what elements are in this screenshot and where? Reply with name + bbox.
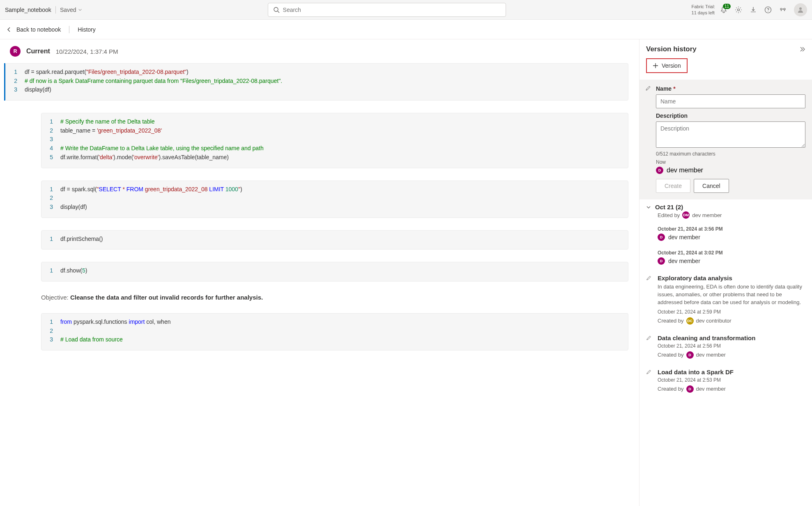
arrow-left-icon (6, 26, 12, 33)
code-cell[interactable]: 1df.printSchema() (4, 230, 628, 250)
edit-icon (645, 85, 651, 91)
plus-icon (653, 63, 658, 69)
settings-button[interactable] (735, 6, 742, 14)
user-avatar-mini: D (656, 167, 663, 174)
line-number: 2 (12, 77, 25, 86)
version-timestamp: October 21, 2024 at 2:56 PM (658, 343, 805, 349)
help-button[interactable] (764, 6, 772, 14)
back-to-notebook[interactable]: Back to notebook (6, 26, 61, 33)
add-version-button[interactable]: Version (646, 58, 688, 73)
version-title: Load data into a Spark DF (658, 369, 805, 375)
edit-icon[interactable] (646, 369, 651, 375)
autosave-item[interactable]: October 21, 2024 at 3:02 PM Ddev member (639, 246, 812, 270)
feedback-icon (779, 6, 787, 14)
gear-icon (735, 6, 742, 14)
autosave-item[interactable]: October 21, 2024 at 3:56 PM Ddev member (639, 222, 812, 246)
user-avatar-mini: D (658, 234, 665, 241)
line-number: 4 (47, 144, 60, 153)
user-avatar[interactable] (794, 3, 807, 16)
svg-point-5 (780, 8, 782, 10)
line-number: 1 (47, 117, 60, 126)
editor-name: dev member (692, 212, 722, 218)
group-subtitle: Edited by DM dev member (639, 211, 812, 222)
code-cell[interactable]: 1from pyspark.sql.functions import col, … (4, 313, 628, 350)
current-avatar: R (10, 46, 21, 57)
svg-point-7 (799, 7, 802, 10)
divider (55, 6, 56, 14)
line-number: 5 (47, 153, 60, 162)
named-version-item[interactable]: Load data into a Spark DF October 21, 20… (639, 364, 812, 398)
markdown-cell: Objective: Cleanse the data and filter o… (4, 294, 628, 301)
code-content: df.printSchema() (60, 235, 103, 244)
title-area: Sample_notebook Saved (5, 6, 82, 14)
version-user: Ddev member (658, 257, 805, 265)
edit-icon[interactable] (646, 275, 651, 281)
named-version-item[interactable]: Exploratory data analysis In data engine… (639, 270, 812, 330)
line-number: 3 (47, 335, 60, 344)
secondbar: Back to notebook History (0, 20, 812, 39)
version-timestamp: October 21, 2024 at 3:02 PM (658, 250, 805, 256)
user-avatar-mini: D (658, 257, 665, 265)
create-button[interactable]: Create (656, 179, 690, 193)
topbar: Sample_notebook Saved Fabric Trial: 11 d… (0, 0, 812, 20)
chevron-double-right-icon (799, 46, 805, 53)
create-version-form: Name* Description 0/512 maximum characte… (639, 80, 812, 199)
code-content: df.show(5) (60, 266, 87, 275)
notification-badge: 11 (723, 4, 731, 9)
code-content: display(df) (60, 203, 87, 212)
name-input[interactable] (656, 94, 805, 108)
line-number: 2 (47, 126, 60, 135)
history-label: History (78, 26, 96, 33)
char-count-hint: 0/512 maximum characters (656, 151, 805, 157)
panel-body[interactable]: Version Name* Description 0/512 maximum … (639, 57, 812, 506)
current-header: R Current 10/22/2024, 1:37:4 PM (4, 39, 639, 63)
help-icon (764, 6, 772, 14)
form-user: D dev member (656, 167, 805, 174)
line-number: 3 (47, 135, 60, 144)
code-cell[interactable]: 1df = spark.read.parquet("Files/green_tr… (4, 63, 628, 101)
cells-container: 1df = spark.read.parquet("Files/green_tr… (3, 63, 639, 350)
person-icon (797, 6, 804, 14)
search-box[interactable] (268, 3, 506, 17)
code-content: table_name = 'green_tripdata_2022_08' (60, 126, 162, 135)
code-cell[interactable]: 1# Specify the name of the Delta table2t… (4, 113, 628, 168)
notebook-title[interactable]: Sample_notebook (5, 7, 51, 13)
download-icon (750, 6, 757, 14)
svg-line-1 (278, 11, 279, 13)
panel-header: Version history (639, 39, 812, 57)
notifications-button[interactable]: 11 (720, 6, 727, 14)
group-header[interactable]: Oct 21 (2) (639, 199, 812, 211)
version-title: Data cleaning and transformation (658, 334, 805, 341)
panel-collapse-button[interactable] (799, 46, 805, 53)
code-content: # Specify the name of the Delta table (60, 117, 155, 126)
chevron-down-icon (78, 8, 82, 12)
line-number: 3 (47, 203, 60, 212)
current-timestamp: 10/22/2024, 1:37:4 PM (56, 48, 118, 55)
named-version-item[interactable]: Data cleaning and transformation October… (639, 330, 812, 364)
code-cell[interactable]: 1df = spark.sql("SELECT * FROM green_tri… (4, 181, 628, 218)
line-number: 1 (47, 266, 60, 275)
description-label: Description (656, 112, 805, 119)
user-avatar-mini: D (686, 351, 694, 359)
line-number: 2 (47, 194, 60, 203)
version-timestamp: October 21, 2024 at 3:56 PM (658, 226, 805, 232)
chevron-down-icon (646, 205, 651, 210)
svg-point-2 (738, 9, 740, 11)
panel-title: Version history (646, 45, 697, 53)
divider (69, 26, 69, 33)
version-description: In data engineering, EDA is often done t… (658, 283, 805, 307)
code-content: display(df) (25, 85, 51, 94)
feedback-button[interactable] (779, 6, 787, 14)
description-input[interactable] (656, 121, 805, 148)
group-chevron[interactable] (646, 205, 651, 210)
download-button[interactable] (750, 6, 757, 14)
created-by: Created byDCdev contributor (658, 317, 805, 325)
content-area[interactable]: R Current 10/22/2024, 1:37:4 PM 1df = sp… (0, 39, 639, 506)
topbar-icons: 11 (720, 3, 807, 16)
search-input[interactable] (283, 7, 501, 13)
cancel-button[interactable]: Cancel (694, 179, 729, 193)
editor-avatar: DM (682, 211, 690, 219)
code-cell[interactable]: 1df.show(5) (4, 262, 628, 282)
edit-icon[interactable] (646, 335, 651, 341)
saved-status[interactable]: Saved (60, 7, 82, 13)
